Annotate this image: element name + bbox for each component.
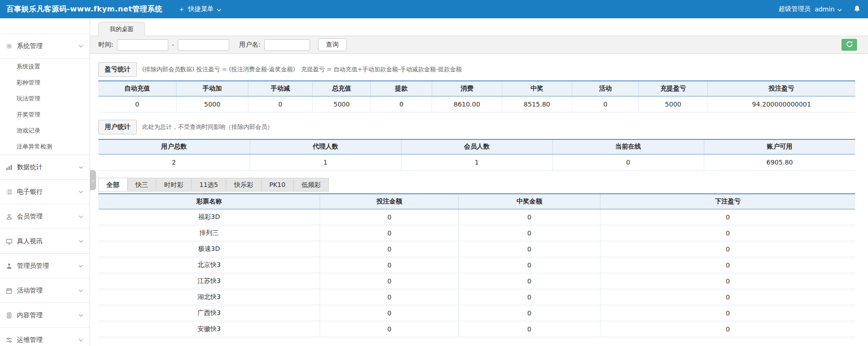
sidebar-item-label: 活动管理 (17, 287, 43, 295)
sidebar-subitem-system-settings[interactable]: 系统设置 (0, 59, 90, 75)
topbar: 百事娱乐凡客源码-www.fkym.net管理系统 ＋ 快捷菜单 超级管理员 a… (0, 0, 868, 18)
column-header: 自动充值 (98, 81, 176, 96)
time-to-input[interactable] (178, 39, 229, 51)
lottery-row: 广西快3 0 0 0 (98, 305, 855, 321)
sidebar-item-label: 数据统计 (17, 163, 43, 171)
bet-amount-cell: 0 (320, 225, 459, 241)
sidebar-item-ops[interactable]: 运维管理 (0, 328, 90, 346)
user-stats-table: 用户总数 代理人数 会员人数 当前在线 账户可用 2 1 1 0 6905.80 (98, 139, 855, 171)
profit-stats-table: 自动充值 手动加 手动减 总充值 提款 消费 中奖 活动 充提盈亏 投注盈亏 0… (98, 80, 855, 112)
refresh-icon (846, 41, 853, 49)
username-input[interactable] (264, 39, 310, 51)
sidebar-subitem-lottery-types[interactable]: 彩种管理 (0, 75, 90, 90)
sidebar-item-members[interactable]: 会员管理 (0, 204, 90, 229)
username-dropdown[interactable]: admin (814, 5, 842, 13)
lottery-row: 江苏快3 0 0 0 (98, 273, 855, 289)
win-amount-cell: 0 (459, 321, 600, 337)
table-row: 2 1 1 0 6905.80 (98, 154, 855, 170)
quick-menu-button[interactable]: ＋ 快捷菜单 (178, 5, 221, 13)
column-header: 提款 (371, 81, 432, 96)
dashboard-content: 盈亏统计 (排除内部会员数据) 投注盈亏 = (投注消费金额-返奖金额) 充提盈… (90, 62, 868, 337)
sidebar-item-label: 会员管理 (17, 213, 43, 221)
time-from-input[interactable] (117, 39, 168, 51)
range-separator: - (172, 41, 174, 48)
lottery-name-cell: 极速3D (98, 241, 320, 257)
profit-stats-note: (排除内部会员数据) 投注盈亏 = (投注消费金额-返奖金额) 充提盈亏 = 自… (142, 65, 462, 74)
sidebar-item-activities[interactable]: 活动管理 (0, 278, 90, 303)
stat-cell: 1 (401, 154, 552, 170)
column-header: 投注金额 (320, 194, 459, 209)
lottery-tab-kuaisan[interactable]: 快三 (128, 178, 156, 192)
sidebar-subitem-draw-manage[interactable]: 开奖管理 (0, 106, 90, 122)
bet-amount-cell: 0 (320, 305, 459, 321)
win-amount-cell: 0 (459, 273, 600, 289)
sidebar-subitem-play-methods[interactable]: 玩法管理 (0, 90, 90, 106)
sidebar: 系统管理 系统设置 彩种管理 玩法管理 开奖管理 游戏记录 注单异常检测 数据统… (0, 18, 90, 346)
lottery-tab-pk10[interactable]: PK10 (262, 178, 294, 192)
lottery-row: 北京快3 0 0 0 (98, 257, 855, 273)
stat-cell: 8515.80 (502, 96, 572, 112)
calendar-icon (5, 287, 13, 294)
time-label: 时间: (98, 41, 113, 49)
sidebar-subitem-abnormal-bet-detect[interactable]: 注单异常检测 (0, 138, 90, 154)
lottery-stats-table: 彩票名称 投注金额 中奖金额 下注盈亏 福彩3D 0 0 0 排列三 0 0 0 (98, 193, 855, 337)
sidebar-item-system[interactable]: 系统管理 (0, 34, 90, 59)
desktop-tabstrip: 我的桌面 (90, 18, 868, 36)
column-header: 活动 (572, 81, 639, 96)
stat-cell: 0 (98, 96, 176, 112)
quick-menu-label: 快捷菜单 (188, 5, 214, 13)
chevron-down-icon (79, 339, 83, 341)
bar-chart-icon (5, 164, 13, 171)
sidebar-subitem-game-records[interactable]: 游戏记录 (0, 122, 90, 138)
notification-button[interactable] (853, 5, 861, 14)
sidebar-collapse-handle[interactable]: ‹ (90, 170, 96, 190)
stat-cell: 5000 (312, 96, 370, 112)
lottery-tab-11x5[interactable]: 11选5 (192, 178, 226, 192)
sidebar-item-admins[interactable]: 管理员管理 (0, 254, 90, 278)
chevron-down-icon (79, 45, 83, 48)
stat-cell: 0 (572, 96, 639, 112)
main-area: 我的桌面 时间: - 用户名: 查询 盈亏统计 (排除内部会员数据) 投注盈亏 … (90, 18, 868, 346)
gear-icon (5, 43, 13, 50)
win-amount-cell: 0 (459, 289, 600, 305)
column-header: 下注盈亏 (600, 194, 855, 209)
table-row: 0 5000 0 5000 0 8610.00 8515.80 0 5000 9… (98, 96, 855, 112)
stat-cell: 1 (250, 154, 401, 170)
table-header-row: 彩票名称 投注金额 中奖金额 下注盈亏 (98, 194, 855, 209)
lottery-tab-dipincai[interactable]: 低频彩 (294, 178, 329, 192)
sidebar-item-content[interactable]: 内容管理 (0, 303, 90, 328)
profit-cell: 0 (600, 273, 855, 289)
sidebar-item-ebank[interactable]: 电子银行 (0, 180, 90, 204)
lottery-tab-all[interactable]: 全部 (98, 178, 128, 192)
chevron-down-icon (79, 265, 83, 267)
profit-cell: 0 (600, 305, 855, 321)
sidebar-item-live-video[interactable]: 真人视讯 (0, 229, 90, 254)
column-header: 手动加 (176, 81, 248, 96)
win-amount-cell: 0 (459, 257, 600, 273)
column-header: 会员人数 (401, 139, 552, 154)
sidebar-item-data-stats[interactable]: 数据统计 (0, 155, 90, 180)
column-header: 账户可用 (704, 139, 855, 154)
column-header: 充提盈亏 (639, 81, 708, 96)
sidebar-item-label: 真人视讯 (17, 237, 43, 245)
win-amount-cell: 0 (459, 209, 600, 225)
profit-cell: 0 (600, 289, 855, 305)
win-amount-cell: 0 (459, 225, 600, 241)
role-label: 超级管理员 (778, 5, 810, 13)
lottery-tab-shishicai[interactable]: 时时彩 (156, 178, 192, 192)
column-header: 用户总数 (98, 139, 250, 154)
wrench-icon (5, 336, 13, 344)
sidebar-item-label: 运维管理 (17, 336, 43, 344)
lottery-name-cell: 安徽快3 (98, 321, 320, 337)
refresh-button[interactable] (841, 39, 857, 51)
username-label: 用户名: (239, 41, 261, 49)
sidebar-item-label: 管理员管理 (17, 262, 49, 270)
tab-my-desktop[interactable]: 我的桌面 (98, 22, 145, 36)
lottery-tab-kuailecai[interactable]: 快乐彩 (226, 178, 262, 192)
table-header-row: 自动充值 手动加 手动减 总充值 提款 消费 中奖 活动 充提盈亏 投注盈亏 (98, 81, 855, 96)
query-button[interactable]: 查询 (318, 38, 347, 51)
users-icon (5, 213, 13, 220)
collapse-left-icon: ‹ (92, 177, 94, 184)
stat-cell: 5000 (639, 96, 708, 112)
column-header: 彩票名称 (98, 194, 320, 209)
